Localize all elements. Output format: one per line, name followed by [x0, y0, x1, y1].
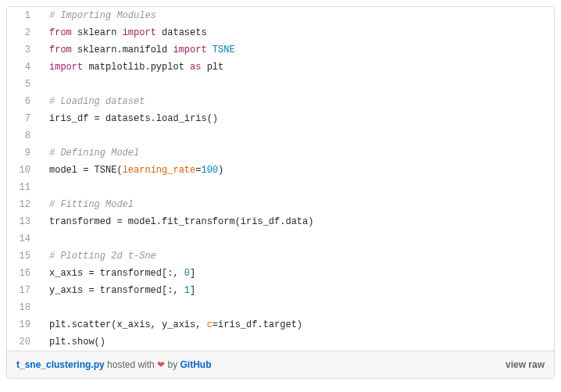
- line-code[interactable]: from sklearn.manifold import TSNE: [40, 41, 554, 59]
- line-code[interactable]: [40, 127, 554, 144]
- code-row: 17y_axis = transformed[:, 1]: [7, 282, 554, 299]
- heart-icon: ❤: [157, 359, 165, 370]
- gist-filename-link[interactable]: t_sne_clustering.py: [16, 359, 105, 370]
- line-number[interactable]: 20: [7, 333, 40, 351]
- line-code[interactable]: # Plotting 2d t-Sne: [40, 248, 554, 265]
- github-link[interactable]: GitHub: [180, 359, 211, 370]
- code-row: 5: [7, 76, 554, 93]
- line-code[interactable]: [40, 230, 554, 248]
- code-row: 13transformed = model.fit_transform(iris…: [7, 213, 554, 230]
- line-code[interactable]: # Importing Modules: [40, 7, 554, 24]
- gist-container: 1# Importing Modules2from sklearn import…: [6, 6, 555, 379]
- line-number[interactable]: 7: [7, 110, 40, 127]
- line-number[interactable]: 8: [7, 127, 40, 144]
- code-row: 18: [7, 299, 554, 316]
- line-code[interactable]: plt.show(): [40, 333, 554, 351]
- code-row: 16x_axis = transformed[:, 0]: [7, 265, 554, 282]
- line-code[interactable]: import matplotlib.pyplot as plt: [40, 59, 554, 76]
- code-row: 9# Defining Model: [7, 144, 554, 162]
- line-number[interactable]: 4: [7, 59, 40, 76]
- code-row: 12# Fitting Model: [7, 196, 554, 213]
- line-code[interactable]: [40, 179, 554, 196]
- line-number[interactable]: 17: [7, 282, 40, 299]
- hosted-with-text: hosted with: [107, 359, 157, 370]
- line-number[interactable]: 5: [7, 76, 40, 93]
- code-row: 4import matplotlib.pyplot as plt: [7, 59, 554, 76]
- line-code[interactable]: # Defining Model: [40, 144, 554, 162]
- code-row: 19plt.scatter(x_axis, y_axis, c=iris_df.…: [7, 316, 554, 333]
- line-code[interactable]: [40, 76, 554, 93]
- code-row: 6# Loading dataset: [7, 93, 554, 110]
- line-code[interactable]: x_axis = transformed[:, 0]: [40, 265, 554, 282]
- code-row: 10model = TSNE(learning_rate=100): [7, 162, 554, 179]
- line-number[interactable]: 16: [7, 265, 40, 282]
- line-number[interactable]: 15: [7, 248, 40, 265]
- line-code[interactable]: transformed = model.fit_transform(iris_d…: [40, 213, 554, 230]
- line-number[interactable]: 18: [7, 299, 40, 316]
- gist-meta-left: t_sne_clustering.py hosted with ❤ by Git…: [16, 359, 211, 370]
- line-code[interactable]: iris_df = datasets.load_iris(): [40, 110, 554, 127]
- line-number[interactable]: 10: [7, 162, 40, 179]
- code-row: 14: [7, 230, 554, 248]
- view-raw-link[interactable]: view raw: [506, 359, 545, 370]
- line-number[interactable]: 19: [7, 316, 40, 333]
- code-row: 2from sklearn import datasets: [7, 24, 554, 41]
- code-row: 8: [7, 127, 554, 144]
- code-row: 1# Importing Modules: [7, 7, 554, 24]
- line-number[interactable]: 3: [7, 41, 40, 59]
- by-text: by: [167, 359, 180, 370]
- line-number[interactable]: 9: [7, 144, 40, 162]
- line-code[interactable]: [40, 299, 554, 316]
- line-code[interactable]: from sklearn import datasets: [40, 24, 554, 41]
- line-number[interactable]: 2: [7, 24, 40, 41]
- gist-footer: t_sne_clustering.py hosted with ❤ by Git…: [7, 351, 554, 378]
- line-number[interactable]: 14: [7, 230, 40, 248]
- line-code[interactable]: model = TSNE(learning_rate=100): [40, 162, 554, 179]
- line-code[interactable]: plt.scatter(x_axis, y_axis, c=iris_df.ta…: [40, 316, 554, 333]
- line-number[interactable]: 13: [7, 213, 40, 230]
- line-code[interactable]: y_axis = transformed[:, 1]: [40, 282, 554, 299]
- line-code[interactable]: # Loading dataset: [40, 93, 554, 110]
- line-number[interactable]: 11: [7, 179, 40, 196]
- code-row: 11: [7, 179, 554, 196]
- code-row: 3from sklearn.manifold import TSNE: [7, 41, 554, 59]
- code-area: 1# Importing Modules2from sklearn import…: [7, 7, 554, 351]
- line-number[interactable]: 1: [7, 7, 40, 24]
- code-row: 20plt.show(): [7, 333, 554, 351]
- line-number[interactable]: 6: [7, 93, 40, 110]
- code-row: 15# Plotting 2d t-Sne: [7, 248, 554, 265]
- line-code[interactable]: # Fitting Model: [40, 196, 554, 213]
- line-number[interactable]: 12: [7, 196, 40, 213]
- code-row: 7iris_df = datasets.load_iris(): [7, 110, 554, 127]
